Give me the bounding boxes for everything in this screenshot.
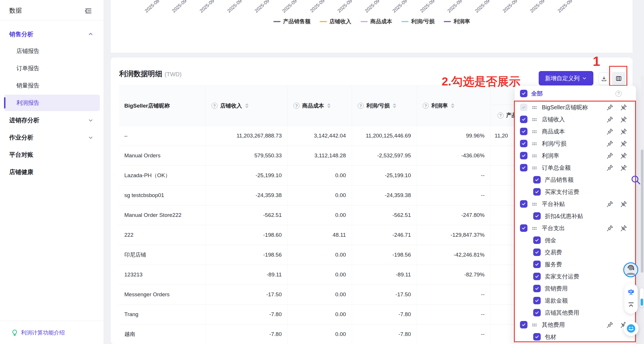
x-axis-label: 2025-09-03 xyxy=(198,0,220,14)
sidebar-item-order-report[interactable]: 订单报告 xyxy=(0,61,104,75)
drag-handle-icon[interactable] xyxy=(532,118,537,121)
pin-left-icon[interactable] xyxy=(606,164,613,171)
column-checkbox[interactable] xyxy=(520,116,527,123)
pin-left-icon[interactable] xyxy=(606,104,613,111)
sidebar-collapse-icon[interactable] xyxy=(84,7,92,15)
column-subitem-label: 包材 xyxy=(545,333,556,341)
sidebar-section-platform-reconciliation[interactable]: 平台对账 xyxy=(0,148,104,161)
scrollbar-thumb[interactable] xyxy=(641,150,643,273)
column-checkbox[interactable] xyxy=(533,297,541,304)
pin-left-icon[interactable] xyxy=(606,128,613,135)
drag-handle-icon[interactable] xyxy=(532,166,537,169)
drag-handle-icon[interactable] xyxy=(532,130,537,133)
column-label: BigSeller店铺昵称 xyxy=(124,102,170,110)
sidebar-item-sales-report[interactable]: 销量报告 xyxy=(0,78,104,93)
column-item: 商品成本 xyxy=(515,125,636,137)
help-icon[interactable]: ? xyxy=(616,91,622,97)
pin-off-icon[interactable] xyxy=(620,200,627,208)
table-header-cell[interactable]: ?利润/亏损 xyxy=(352,86,417,126)
column-checkbox[interactable] xyxy=(520,128,527,135)
legend-item[interactable]: 店铺收入 xyxy=(320,18,351,25)
help-icon[interactable]: ? xyxy=(294,103,300,109)
legend-item[interactable]: 产品销售额 xyxy=(273,18,310,25)
column-checkbox[interactable] xyxy=(520,224,527,232)
value-cell: 0.00 xyxy=(287,245,352,265)
table-header-cell[interactable]: ?利润率 xyxy=(417,86,490,126)
sidebar-item-store-report[interactable]: 店铺报告 xyxy=(0,44,104,58)
collapse-to-top-icon[interactable] xyxy=(627,301,635,309)
chat-smiley-icon[interactable] xyxy=(624,321,639,336)
campaign-board-icon[interactable] xyxy=(627,288,635,296)
pin-left-icon[interactable] xyxy=(606,116,613,123)
column-checkbox[interactable] xyxy=(520,152,527,159)
column-checkbox[interactable] xyxy=(533,236,541,244)
column-checkbox[interactable] xyxy=(533,309,541,316)
column-subitem-label: 买家支付运费 xyxy=(545,188,579,196)
panel-scrollbar-thumb[interactable] xyxy=(641,299,643,306)
drag-handle-icon[interactable] xyxy=(532,154,537,157)
select-all-checkbox[interactable] xyxy=(520,90,527,97)
add-custom-column-button[interactable]: 新增自定义列 xyxy=(539,71,593,85)
sort-icon[interactable] xyxy=(451,103,454,108)
drag-handle-icon[interactable] xyxy=(532,323,537,326)
table-header-cell[interactable]: ?店铺收入 xyxy=(205,86,287,126)
help-icon[interactable]: ? xyxy=(498,112,504,119)
column-checkbox[interactable] xyxy=(533,273,541,280)
pin-left-icon[interactable] xyxy=(606,152,613,159)
value-cell: -17.50 xyxy=(205,285,287,304)
help-icon[interactable]: ? xyxy=(358,103,364,109)
sidebar-section-operation-analysis[interactable]: 作业分析 xyxy=(0,131,104,144)
column-checkbox[interactable] xyxy=(520,140,527,147)
sort-icon[interactable] xyxy=(393,103,396,108)
sidebar-item-label: 销量报告 xyxy=(16,82,39,89)
column-checkbox[interactable] xyxy=(520,164,527,171)
value-cell: 0.00 xyxy=(287,186,352,205)
pin-off-icon[interactable] xyxy=(620,164,627,171)
floating-toolbar xyxy=(624,283,638,314)
value-cell: -198.56 xyxy=(352,245,417,265)
pin-off-icon[interactable] xyxy=(620,116,627,123)
column-checkbox[interactable] xyxy=(533,333,541,341)
column-checkbox[interactable] xyxy=(520,321,527,328)
column-checkbox[interactable] xyxy=(520,200,527,208)
column-checkbox[interactable] xyxy=(533,176,541,184)
legend-item[interactable]: 商品成本 xyxy=(361,18,392,25)
pin-left-icon[interactable] xyxy=(606,321,613,328)
pin-off-icon[interactable] xyxy=(620,152,627,159)
column-checkbox[interactable] xyxy=(533,188,541,196)
value-cell: -436.06% xyxy=(417,146,490,165)
pin-left-icon[interactable] xyxy=(606,225,613,232)
sidebar-section-sales-analysis[interactable]: 销售分析 xyxy=(0,28,104,41)
column-checkbox[interactable] xyxy=(533,212,541,220)
drag-handle-icon[interactable] xyxy=(532,202,537,206)
help-icon[interactable]: ? xyxy=(212,103,218,109)
sidebar-section-store-health[interactable]: 店铺健康 xyxy=(0,165,104,179)
pin-left-icon[interactable] xyxy=(606,200,613,208)
search-icon[interactable] xyxy=(630,174,641,185)
help-icon[interactable]: ? xyxy=(423,103,429,109)
sort-down-arrow xyxy=(451,106,454,108)
download-button[interactable] xyxy=(599,72,609,85)
sidebar-section-inventory-analysis[interactable]: 进销存分析 xyxy=(0,114,104,127)
sort-icon[interactable] xyxy=(245,103,249,108)
column-checkbox[interactable] xyxy=(533,285,541,292)
profit-calc-intro-link[interactable]: 利润计算功能介绍 xyxy=(11,329,65,337)
sidebar-item-profit-report[interactable]: 利润报告 xyxy=(0,95,104,110)
drag-handle-icon[interactable] xyxy=(532,142,537,145)
table-header-cell[interactable]: ?商品成本 xyxy=(287,86,352,126)
column-checkbox[interactable] xyxy=(533,261,541,268)
customer-service-avatar[interactable] xyxy=(623,262,638,277)
pin-left-icon[interactable] xyxy=(606,140,613,147)
column-settings-button[interactable] xyxy=(612,72,626,85)
drag-handle-icon[interactable] xyxy=(532,227,537,230)
pin-off-icon[interactable] xyxy=(620,128,627,135)
sort-icon[interactable] xyxy=(327,103,331,108)
pin-off-icon[interactable] xyxy=(620,104,627,111)
pin-off-icon[interactable] xyxy=(620,225,627,232)
legend-item[interactable]: 利润率 xyxy=(444,18,470,25)
drag-handle-icon[interactable] xyxy=(532,106,537,109)
pin-off-icon[interactable] xyxy=(620,140,627,147)
column-checkbox[interactable] xyxy=(533,249,541,256)
value-cell: 0.00 xyxy=(287,324,352,344)
legend-item[interactable]: 利润/亏损 xyxy=(401,18,435,25)
